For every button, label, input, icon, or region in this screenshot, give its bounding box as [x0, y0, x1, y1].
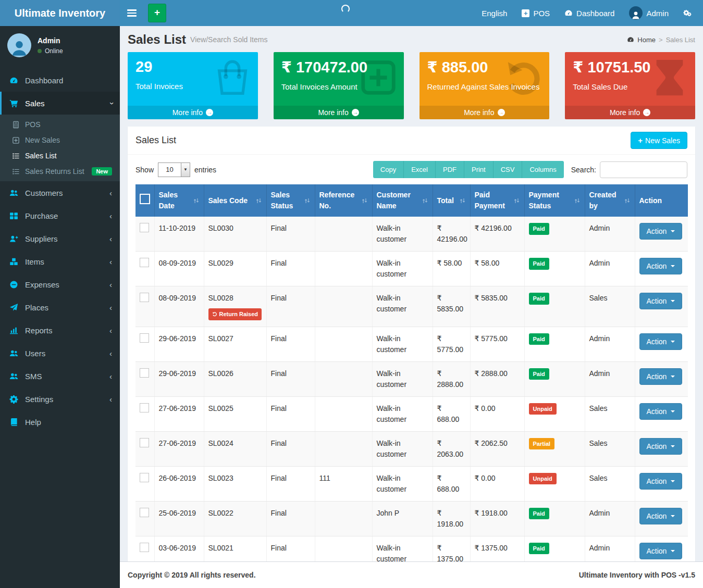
column-header-sales-code[interactable]: Sales Code: [204, 184, 266, 217]
action-button[interactable]: Action: [639, 473, 683, 490]
loading-spinner-icon: [341, 5, 350, 13]
column-header-sales-status[interactable]: Sales Status: [266, 184, 315, 217]
cell-created-by: Sales: [585, 431, 635, 466]
cell-customer-name: Walk-in customer: [372, 396, 433, 431]
export-button-print[interactable]: Print: [464, 161, 494, 178]
sidebar-subitem-pos[interactable]: POS: [0, 117, 120, 132]
action-button-label: Action: [647, 297, 667, 305]
export-button-csv[interactable]: CSV: [494, 161, 523, 178]
sidebar-item-suppliers[interactable]: Suppliers‹: [0, 227, 120, 250]
cell-sales-date: 08-09-2019: [154, 286, 204, 327]
sidebar-item-sales[interactable]: Sales‹: [0, 92, 120, 115]
action-button[interactable]: Action: [639, 258, 683, 274]
sales-table-wrap: Sales DateSales CodeSales StatusReferenc…: [128, 180, 695, 561]
select-all-checkbox[interactable]: [140, 194, 150, 204]
row-checkbox[interactable]: [140, 508, 149, 517]
nav-language[interactable]: English: [474, 0, 514, 26]
sidebar-subitem-sales-list[interactable]: Sales List: [0, 148, 120, 164]
more-info-link[interactable]: More info →: [128, 106, 258, 119]
action-button[interactable]: Action: [639, 543, 683, 559]
sidebar-toggle-icon[interactable]: [120, 0, 144, 26]
main-content: Sales List View/Search Sold Items Home >…: [120, 26, 703, 561]
row-checkbox[interactable]: [140, 543, 149, 552]
cell-paid-payment: ₹ 0.00: [470, 466, 524, 501]
cell-payment-status: Paid: [524, 327, 585, 361]
chevron-left-icon: ‹: [109, 304, 112, 311]
payment-status-badge: Paid: [529, 223, 549, 235]
sidebar-subitem-new-sales[interactable]: New Sales: [0, 132, 120, 148]
action-button[interactable]: Action: [639, 293, 683, 309]
cell-paid-payment: ₹ 0.00: [470, 396, 524, 431]
app-brand[interactable]: Ultimate Inventory: [0, 0, 120, 26]
sidebar-item-purchase[interactable]: Purchase‹: [0, 204, 120, 227]
search-input[interactable]: [600, 161, 687, 178]
breadcrumb-home[interactable]: Home: [637, 36, 656, 44]
more-info-link[interactable]: More info →: [565, 106, 695, 119]
minus-circle-icon: [9, 280, 18, 289]
export-button-columns[interactable]: Columns: [522, 161, 563, 178]
sidebar-item-users[interactable]: Users‹: [0, 342, 120, 365]
action-button-label: Action: [647, 547, 667, 555]
sidebar-item-expenses[interactable]: Expenses‹: [0, 273, 120, 296]
cell-sales-code: SL0026: [204, 361, 266, 396]
action-button[interactable]: Action: [639, 333, 683, 350]
nav-user-menu[interactable]: Admin: [622, 0, 676, 26]
export-button-pdf[interactable]: PDF: [436, 161, 464, 178]
cell-action: Action: [635, 396, 688, 431]
sidebar-item-customers[interactable]: Customers‹: [0, 181, 120, 204]
column-header-sales-date[interactable]: Sales Date: [154, 184, 204, 217]
undo-icon: [212, 311, 217, 317]
cell-action: Action: [635, 286, 688, 327]
column-label: Paid Payment: [475, 190, 511, 211]
row-checkbox[interactable]: [140, 368, 149, 378]
action-button[interactable]: Action: [639, 368, 683, 385]
sidebar-item-places[interactable]: Places‹: [0, 296, 120, 319]
sidebar-item-dashboard[interactable]: Dashboard: [0, 69, 120, 92]
cell-sales-status: Final: [266, 361, 315, 396]
sidebar-item-reports[interactable]: Reports‹: [0, 319, 120, 342]
sidebar-subitem-sales-returns-list[interactable]: Sales Returns ListNew: [0, 164, 120, 179]
column-label: Reference No.: [319, 190, 359, 211]
more-info-link[interactable]: More info →: [274, 106, 404, 119]
table-row: 29-06-2019 SL0027 Final Walk-in customer…: [135, 327, 688, 361]
row-checkbox[interactable]: [140, 473, 149, 482]
sidebar-item-sms[interactable]: SMS‹: [0, 365, 120, 387]
new-sales-button[interactable]: + New Sales: [631, 132, 687, 149]
column-header-paid-payment[interactable]: Paid Payment: [470, 184, 524, 217]
page-length-select[interactable]: 10 ▼: [158, 162, 190, 177]
cell-created-by: Sales: [585, 466, 635, 501]
row-checkbox[interactable]: [140, 333, 149, 343]
sidebar-item-help[interactable]: Help: [0, 410, 120, 433]
row-checkbox[interactable]: [140, 223, 149, 232]
action-button[interactable]: Action: [639, 403, 683, 420]
search-label: Search:: [571, 166, 596, 174]
export-button-excel[interactable]: Excel: [404, 161, 436, 178]
cell-total: ₹ 5835.00: [433, 286, 470, 327]
table-row: 25-06-2019 SL0022 Final John P ₹ 1918.00…: [135, 501, 688, 536]
column-header-created-by[interactable]: Created by: [585, 184, 635, 217]
sidebar-item-items[interactable]: Items‹: [0, 250, 120, 273]
row-checkbox[interactable]: [140, 438, 149, 447]
column-header-reference-no[interactable]: Reference No.: [315, 184, 372, 217]
row-checkbox[interactable]: [140, 403, 149, 412]
export-button-copy[interactable]: Copy: [373, 161, 404, 178]
nav-settings[interactable]: [676, 0, 699, 26]
quick-add-button[interactable]: +: [148, 4, 166, 22]
nav-language-label: English: [482, 9, 507, 18]
column-label: Action: [639, 195, 684, 206]
table-row: 08-09-2019 SL0029 Final Walk-in customer…: [135, 252, 688, 286]
sidebar-item-settings[interactable]: Settings‹: [0, 387, 120, 410]
nav-dashboard[interactable]: Dashboard: [557, 0, 622, 26]
row-checkbox[interactable]: [140, 258, 149, 267]
users-icon: [9, 189, 18, 197]
more-info-link[interactable]: More info →: [420, 106, 550, 119]
action-button[interactable]: Action: [639, 223, 683, 240]
action-button[interactable]: Action: [639, 438, 683, 455]
column-header-total[interactable]: Total: [433, 184, 470, 217]
action-button[interactable]: Action: [639, 508, 683, 524]
sidebar-user-name: Admin: [38, 36, 63, 45]
row-checkbox[interactable]: [140, 293, 149, 302]
nav-pos[interactable]: + POS: [514, 0, 557, 26]
column-header-payment-status[interactable]: Payment Status: [524, 184, 585, 217]
column-header-customer-name[interactable]: Customer Name: [372, 184, 433, 217]
